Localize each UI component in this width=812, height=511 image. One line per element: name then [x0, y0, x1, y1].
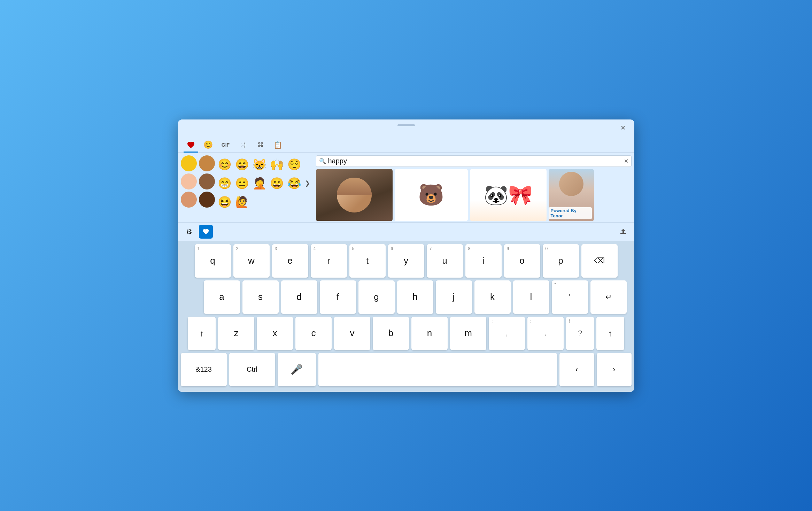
- key-c[interactable]: c: [295, 317, 332, 350]
- key-backspace[interactable]: ⌫: [581, 244, 618, 278]
- key-e[interactable]: 3e: [272, 244, 308, 278]
- gif-item-2[interactable]: 🐻: [395, 169, 468, 221]
- key-microphone[interactable]: 🎤: [278, 353, 316, 386]
- key-l[interactable]: l: [513, 280, 549, 314]
- key-d[interactable]: d: [281, 280, 317, 314]
- key-k[interactable]: k: [474, 280, 511, 314]
- tabs-row: 😊 GIF ;-) ⌘ 📋: [178, 136, 634, 153]
- color-row-3: [181, 192, 215, 208]
- settings-button[interactable]: ⚙: [182, 225, 196, 239]
- key-v[interactable]: v: [334, 317, 370, 350]
- powered-by-label: Powered By Tenor: [549, 207, 592, 219]
- dock-button[interactable]: [616, 225, 630, 239]
- key-shift-right[interactable]: ↑: [596, 317, 624, 350]
- key-n[interactable]: n: [411, 317, 448, 350]
- color-light-skin[interactable]: [181, 173, 197, 189]
- keyboard-row-3: ↑ z x c v b n m ;, :. !? ↑: [181, 317, 632, 350]
- emoji-cell[interactable]: 😐: [234, 174, 250, 192]
- emoji-cell[interactable]: 😄: [234, 155, 250, 173]
- main-window: ✕ 😊 GIF ;-) ⌘ 📋: [178, 119, 634, 392]
- color-row-1: [181, 155, 215, 171]
- tab-kaomoji[interactable]: ;-): [236, 138, 250, 152]
- key-o[interactable]: 9o: [504, 244, 540, 278]
- keyboard-row-1: 1q 2w 3e 4r 5t 6y 7u 8i 9o 0p ⌫: [181, 244, 632, 278]
- key-m[interactable]: m: [450, 317, 486, 350]
- key-apostrophe[interactable]: "': [552, 280, 588, 314]
- key-enter[interactable]: ↵: [590, 280, 627, 314]
- favorites-button[interactable]: [199, 225, 213, 239]
- gif-section: 🔍 ✕ 🐻: [316, 155, 632, 221]
- key-ctrl[interactable]: Ctrl: [229, 353, 275, 386]
- key-b[interactable]: b: [373, 317, 409, 350]
- key-p[interactable]: 0p: [543, 244, 579, 278]
- color-dark-brown[interactable]: [199, 192, 215, 208]
- heart-filled-icon: [202, 228, 209, 235]
- bottom-toolbar: ⚙: [178, 222, 634, 241]
- keyboard-area: 1q 2w 3e 4r 5t 6y 7u 8i 9o 0p ⌫ a s d f …: [178, 241, 634, 392]
- close-button[interactable]: ✕: [618, 122, 629, 133]
- dock-icon: [619, 227, 627, 236]
- color-medium-skin[interactable]: [181, 192, 197, 208]
- heart-icon: [187, 141, 195, 149]
- content-area: 😊 😄 😸 🙌 😌 😁 😐 🤦 😀 😂 😆 🙋 ❯: [178, 153, 634, 222]
- keyboard-row-4: &123 Ctrl 🎤 ‹ ›: [181, 353, 632, 386]
- key-t[interactable]: 5t: [349, 244, 386, 278]
- emoji-grid-area: 😊 😄 😸 🙌 😌 😁 😐 🤦 😀 😂 😆 🙋 ❯: [181, 155, 313, 211]
- emoji-cell[interactable]: 😁: [216, 174, 233, 192]
- emoji-cell[interactable]: 🤦: [251, 174, 268, 192]
- color-tan[interactable]: [199, 155, 215, 171]
- key-space[interactable]: [318, 353, 557, 386]
- title-bar: ✕: [178, 119, 634, 136]
- search-icon: 🔍: [319, 158, 326, 164]
- tab-favorites[interactable]: [184, 138, 198, 152]
- key-comma[interactable]: ;,: [489, 317, 525, 350]
- key-j[interactable]: j: [436, 280, 472, 314]
- key-arrow-left[interactable]: ‹: [559, 353, 594, 386]
- key-s[interactable]: s: [242, 280, 279, 314]
- key-q[interactable]: 1q: [195, 244, 231, 278]
- key-x[interactable]: x: [257, 317, 293, 350]
- emoji-cell[interactable]: 😂: [286, 174, 303, 192]
- key-g[interactable]: g: [358, 280, 395, 314]
- key-w[interactable]: 2w: [233, 244, 270, 278]
- color-yellow[interactable]: [181, 155, 197, 171]
- emoji-section: 😊 😄 😸 🙌 😌 😁 😐 🤦 😀 😂 😆 🙋 ❯: [181, 155, 313, 221]
- keyboard-row-2: a s d f g h j k l "' ↵: [181, 280, 632, 314]
- emoji-cell[interactable]: 😌: [286, 155, 303, 173]
- scroll-right-arrow[interactable]: ❯: [303, 179, 312, 187]
- emoji-grid: 😊 😄 😸 🙌 😌 😁 😐 🤦 😀 😂 😆 🙋: [216, 155, 303, 211]
- key-symbols[interactable]: &123: [181, 353, 227, 386]
- tab-clipboard[interactable]: 📋: [271, 138, 285, 152]
- tab-symbols[interactable]: ⌘: [253, 138, 268, 152]
- emoji-cell[interactable]: 😆: [216, 193, 233, 211]
- search-clear-button[interactable]: ✕: [624, 158, 628, 164]
- emoji-cell[interactable]: 😀: [269, 174, 285, 192]
- key-f[interactable]: f: [320, 280, 356, 314]
- drag-handle: [397, 124, 415, 126]
- color-row-2: [181, 173, 215, 189]
- key-question[interactable]: !?: [566, 317, 594, 350]
- emoji-cell[interactable]: 🙌: [269, 155, 285, 173]
- gif-grid: 🐻 🐼🎀 Powered By Tenor: [316, 169, 632, 221]
- key-u[interactable]: 7u: [427, 244, 463, 278]
- key-h[interactable]: h: [397, 280, 433, 314]
- gif-item-4[interactable]: Powered By Tenor: [549, 169, 594, 221]
- emoji-cell[interactable]: 🙋: [234, 193, 250, 211]
- color-brown[interactable]: [199, 173, 215, 189]
- search-input[interactable]: [328, 157, 622, 165]
- tab-gif[interactable]: GIF: [218, 138, 233, 152]
- key-period[interactable]: :.: [527, 317, 564, 350]
- gif-item-3[interactable]: 🐼🎀: [470, 169, 547, 221]
- key-r[interactable]: 4r: [311, 244, 347, 278]
- key-y[interactable]: 6y: [388, 244, 424, 278]
- key-z[interactable]: z: [218, 317, 254, 350]
- key-a[interactable]: a: [204, 280, 240, 314]
- gif-item-1[interactable]: [316, 169, 393, 221]
- key-shift-left[interactable]: ↑: [188, 317, 216, 350]
- emoji-cell[interactable]: 😊: [216, 155, 233, 173]
- key-i[interactable]: 8i: [465, 244, 502, 278]
- key-arrow-right[interactable]: ›: [597, 353, 632, 386]
- search-bar: 🔍 ✕: [316, 155, 632, 167]
- tab-emoji[interactable]: 😊: [201, 138, 216, 152]
- emoji-cell[interactable]: 😸: [251, 155, 268, 173]
